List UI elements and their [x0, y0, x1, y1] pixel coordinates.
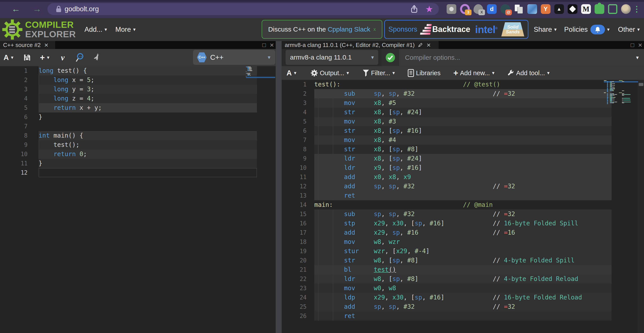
code-line: 3 long y = 3; — [0, 85, 276, 94]
code-line: 9 ldr x8, [sp, #24] — [282, 154, 644, 163]
compiler-explorer-logo[interactable]: COMPILER EXPLORER — [2, 19, 76, 40]
font-size-button[interactable]: A▾ — [4, 53, 14, 62]
minimap-dash — [607, 100, 608, 100]
photos-extension-icon[interactable] — [527, 4, 537, 14]
sponsors-bar[interactable]: Sponsors Backtrace intel® Solid Sands — [384, 20, 528, 39]
line-number: 8 — [0, 131, 38, 140]
compiler-select[interactable]: armv8-a clang 11.0.1 ▾ — [286, 50, 378, 65]
docs-extension-icon[interactable] — [514, 4, 524, 14]
brand-line2: EXPLORER — [25, 30, 76, 39]
address-bar[interactable]: godbolt.org ★ — [48, 3, 439, 15]
at-extension-icon[interactable]: @ — [500, 4, 510, 14]
line-number: 12 — [0, 168, 38, 177]
assembly-scrollbar[interactable] — [638, 80, 644, 333]
y-extension-icon[interactable]: Y — [541, 4, 550, 14]
assembly-minimap[interactable] — [604, 80, 638, 333]
minimap-dash — [623, 100, 630, 100]
forward-icon[interactable]: → — [33, 4, 42, 14]
code-line: 8 str x8, [sp, #8] — [282, 145, 644, 154]
tab-source[interactable]: C++ source #2 × — [0, 41, 55, 49]
menu-more[interactable]: More▾ — [115, 18, 136, 41]
add-tool-button[interactable]: Add tool...▾ — [507, 70, 550, 77]
notification-bell-badge[interactable] — [590, 25, 605, 34]
m-extension-icon[interactable]: M — [581, 4, 591, 14]
x-extension-icon[interactable]: X — [474, 4, 483, 14]
minimap-dash — [622, 95, 623, 96]
share-page-icon[interactable] — [411, 5, 418, 13]
minimap-dash — [611, 100, 612, 100]
pane-splitter[interactable] — [276, 41, 282, 333]
filter-button[interactable]: Filter...▾ — [362, 69, 395, 77]
minimap-dash — [249, 70, 251, 70]
compiler-options-input[interactable]: Compiler options... ▾ — [399, 49, 644, 66]
sponsors-link[interactable]: Sponsors — [388, 25, 417, 33]
language-select[interactable]: C++ C++ ▾ — [193, 50, 275, 65]
add-editor-button[interactable]: +▾ — [40, 53, 50, 62]
scrollbar-thumb[interactable] — [639, 83, 643, 86]
frame-extension-icon[interactable] — [608, 4, 617, 14]
solid-sands-logo[interactable]: Solid Sands — [501, 22, 524, 36]
bookmark-star-icon[interactable]: ★ — [425, 5, 433, 14]
rename-pencil-icon[interactable] — [418, 42, 423, 48]
libraries-button[interactable]: Libraries — [408, 69, 440, 77]
menu-share[interactable]: Share▾ — [534, 18, 557, 41]
minimap-dash — [247, 73, 250, 74]
minimap-dash — [607, 81, 608, 82]
assembly-output-editor[interactable]: 1test(): // @test()2 sub sp, sp, #32 // … — [282, 80, 644, 333]
save-button[interactable] — [23, 54, 31, 62]
minimap-dash — [622, 102, 623, 103]
minimap-dash — [613, 90, 614, 90]
vim-mode-button[interactable]: v — [61, 53, 64, 62]
source-code-editor[interactable]: 1long test() {2 long x = 5;3 long y = 3;… — [0, 66, 276, 333]
close-pane-icon[interactable]: × — [270, 41, 274, 49]
puzzle-extension-icon[interactable] — [594, 4, 604, 14]
backtrace-logo[interactable]: Backtrace — [420, 23, 470, 36]
success-check-icon — [385, 52, 396, 63]
cursor-extension-icon[interactable]: ▲ — [554, 4, 564, 14]
minimap-dash — [622, 90, 623, 91]
quick-bench-button[interactable] — [92, 52, 102, 63]
banner-close-icon[interactable]: x — [374, 26, 376, 32]
menu-policies[interactable]: Policies ▾ — [564, 18, 610, 41]
menu-other[interactable]: Other▾ — [618, 18, 640, 41]
tab-close-icon[interactable]: × — [426, 42, 431, 48]
add-new-button[interactable]: + Add new...▾ — [453, 68, 494, 78]
maximize-pane-icon[interactable]: □ — [631, 42, 634, 48]
minimap-dash — [617, 94, 617, 95]
code-line: 12 — [0, 168, 276, 177]
menu-add[interactable]: Add...▾ — [84, 18, 107, 41]
profile-avatar[interactable] — [621, 4, 631, 14]
minimap-dash — [250, 75, 251, 76]
community-banner[interactable]: Discuss C++ on the Cpplang Slack x — [262, 20, 382, 39]
d-extension-icon[interactable]: d — [487, 4, 497, 14]
line-number: 19 — [282, 246, 314, 256]
back-icon[interactable]: ← — [12, 4, 20, 14]
minimap-dash — [613, 83, 614, 84]
code-line: 6} — [0, 112, 276, 122]
close-pane-icon[interactable]: × — [638, 41, 642, 49]
minimap-dash — [622, 98, 623, 98]
minimap-dash — [610, 99, 611, 100]
chevron-down-icon: ▾ — [638, 27, 640, 32]
ring-extension-icon[interactable]: 3 — [460, 4, 470, 14]
line-number: 13 — [282, 191, 314, 200]
output-button[interactable]: Output...▾ — [310, 69, 349, 77]
code-line: 20 str w8, [sp, #8] // 4-byte Folded Spi… — [282, 256, 644, 265]
intel-logo[interactable]: intel® — [475, 24, 497, 36]
banner-link[interactable]: Cpplang Slack — [328, 26, 370, 33]
browser-menu-icon[interactable]: ⋮ — [634, 4, 639, 14]
diamond-extension-icon[interactable] — [568, 4, 578, 14]
chevron-down-icon: ▾ — [636, 54, 639, 61]
camera-extension-icon[interactable] — [446, 4, 456, 14]
source-minimap[interactable] — [246, 66, 275, 333]
minimap-dash — [614, 100, 614, 100]
maximize-pane-icon[interactable]: □ — [262, 42, 266, 48]
code-line: 5 return x + y; — [0, 103, 276, 112]
bell-icon — [595, 26, 600, 33]
tab-compiler[interactable]: armv8-a clang 11.0.1 (C++, Editor #2, Co… — [282, 41, 439, 49]
extension-badge: @ — [505, 10, 512, 15]
tab-close-icon[interactable]: × — [44, 42, 48, 48]
line-number: 5 — [282, 117, 314, 126]
cpp-insights-button[interactable]: ++ — [75, 52, 84, 63]
font-size-button[interactable]: A▾ — [286, 69, 296, 77]
